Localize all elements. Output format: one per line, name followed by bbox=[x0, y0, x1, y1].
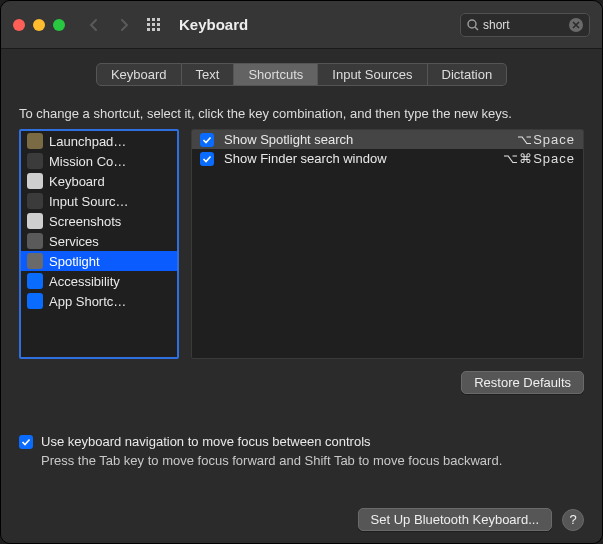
category-label: Accessibility bbox=[49, 274, 120, 289]
category-label: Launchpad… bbox=[49, 134, 126, 149]
x-icon bbox=[572, 21, 580, 29]
category-label: App Shortc… bbox=[49, 294, 126, 309]
checkmark-icon bbox=[21, 437, 31, 447]
search-icon bbox=[467, 19, 479, 31]
category-icon bbox=[27, 133, 43, 149]
keyboard-nav-label: Use keyboard navigation to move focus be… bbox=[41, 434, 371, 449]
svg-rect-0 bbox=[147, 18, 150, 21]
category-icon bbox=[27, 213, 43, 229]
category-item[interactable]: App Shortc… bbox=[21, 291, 177, 311]
category-icon bbox=[27, 273, 43, 289]
category-icon bbox=[27, 173, 43, 189]
show-all-button[interactable] bbox=[143, 14, 165, 36]
chevron-right-icon bbox=[119, 19, 129, 31]
category-item[interactable]: Services bbox=[21, 231, 177, 251]
category-item[interactable]: Screenshots bbox=[21, 211, 177, 231]
shortcut-keys: ⌥Space bbox=[517, 132, 575, 147]
help-button[interactable]: ? bbox=[562, 509, 584, 531]
shortcut-list[interactable]: Show Spotlight search⌥SpaceShow Finder s… bbox=[191, 129, 584, 359]
svg-point-9 bbox=[468, 20, 476, 28]
category-label: Screenshots bbox=[49, 214, 121, 229]
search-field[interactable] bbox=[460, 13, 590, 37]
checkbox-icon[interactable] bbox=[19, 435, 33, 449]
shortcuts-split: Launchpad…Mission Co…KeyboardInput Sourc… bbox=[19, 129, 584, 359]
svg-rect-4 bbox=[152, 23, 155, 26]
svg-rect-1 bbox=[152, 18, 155, 21]
svg-rect-6 bbox=[147, 28, 150, 31]
category-item[interactable]: Launchpad… bbox=[21, 131, 177, 151]
category-item[interactable]: Accessibility bbox=[21, 271, 177, 291]
category-icon bbox=[27, 253, 43, 269]
svg-rect-3 bbox=[147, 23, 150, 26]
category-item[interactable]: Spotlight bbox=[21, 251, 177, 271]
zoom-icon[interactable] bbox=[53, 19, 65, 31]
category-label: Input Sourc… bbox=[49, 194, 129, 209]
svg-rect-7 bbox=[152, 28, 155, 31]
category-label: Keyboard bbox=[49, 174, 105, 189]
shortcut-label: Show Finder search window bbox=[224, 151, 493, 166]
restore-defaults-button[interactable]: Restore Defaults bbox=[461, 371, 584, 394]
minimize-icon[interactable] bbox=[33, 19, 45, 31]
category-icon bbox=[27, 293, 43, 309]
close-icon[interactable] bbox=[13, 19, 25, 31]
category-item[interactable]: Keyboard bbox=[21, 171, 177, 191]
tab-text[interactable]: Text bbox=[182, 63, 235, 86]
tab-input-sources[interactable]: Input Sources bbox=[318, 63, 427, 86]
search-input[interactable] bbox=[483, 18, 553, 32]
category-icon bbox=[27, 153, 43, 169]
svg-line-10 bbox=[475, 27, 478, 30]
svg-rect-2 bbox=[157, 18, 160, 21]
forward-button[interactable] bbox=[113, 14, 135, 36]
shortcut-row[interactable]: Show Finder search window⌥⌘Space bbox=[192, 149, 583, 168]
window-body: Keyboard Text Shortcuts Input Sources Di… bbox=[1, 49, 602, 544]
category-item[interactable]: Mission Co… bbox=[21, 151, 177, 171]
svg-rect-8 bbox=[157, 28, 160, 31]
tab-dictation[interactable]: Dictation bbox=[428, 63, 508, 86]
window-title: Keyboard bbox=[179, 16, 248, 33]
titlebar: Keyboard bbox=[1, 1, 602, 49]
keyboard-nav-sub: Press the Tab key to move focus forward … bbox=[41, 453, 584, 468]
tab-bar: Keyboard Text Shortcuts Input Sources Di… bbox=[96, 63, 507, 86]
checkbox-icon[interactable] bbox=[200, 133, 214, 147]
shortcut-keys: ⌥⌘Space bbox=[503, 151, 575, 166]
shortcut-row[interactable]: Show Spotlight search⌥Space bbox=[192, 130, 583, 149]
category-list[interactable]: Launchpad…Mission Co…KeyboardInput Sourc… bbox=[19, 129, 179, 359]
checkbox-icon[interactable] bbox=[200, 152, 214, 166]
category-icon bbox=[27, 193, 43, 209]
shortcut-label: Show Spotlight search bbox=[224, 132, 507, 147]
instructions-text: To change a shortcut, select it, click t… bbox=[19, 106, 584, 121]
category-label: Mission Co… bbox=[49, 154, 126, 169]
bluetooth-keyboard-button[interactable]: Set Up Bluetooth Keyboard... bbox=[358, 508, 552, 531]
tab-shortcuts[interactable]: Shortcuts bbox=[234, 63, 318, 86]
back-button[interactable] bbox=[83, 14, 105, 36]
tab-keyboard[interactable]: Keyboard bbox=[96, 63, 182, 86]
clear-search-button[interactable] bbox=[569, 18, 583, 32]
category-label: Spotlight bbox=[49, 254, 100, 269]
keyboard-nav-checkbox-row[interactable]: Use keyboard navigation to move focus be… bbox=[19, 434, 584, 449]
svg-rect-5 bbox=[157, 23, 160, 26]
category-icon bbox=[27, 233, 43, 249]
chevron-left-icon bbox=[89, 19, 99, 31]
category-item[interactable]: Input Sourc… bbox=[21, 191, 177, 211]
category-label: Services bbox=[49, 234, 99, 249]
window-controls bbox=[13, 19, 65, 31]
grid-icon bbox=[146, 17, 162, 33]
bottom-bar: Set Up Bluetooth Keyboard... ? bbox=[19, 494, 584, 531]
